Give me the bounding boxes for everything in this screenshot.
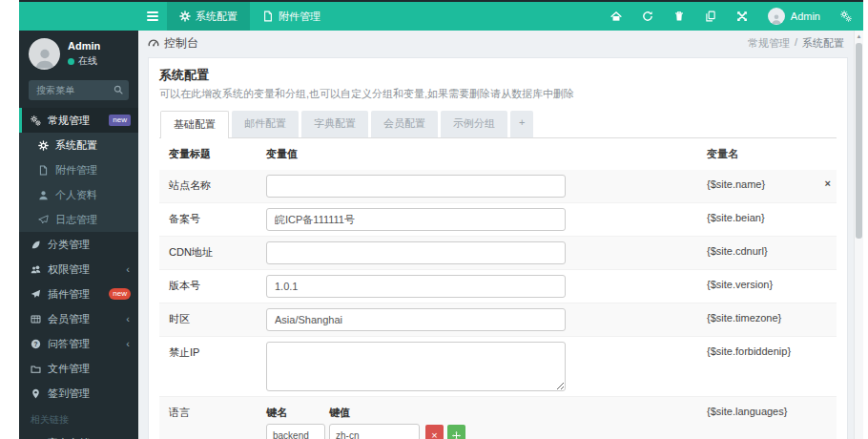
tab-example[interactable]: 示例分组 [441,111,507,137]
gear-icon [179,10,191,22]
home-icon[interactable] [610,10,622,22]
page-description: 可以在此增改系统的变量和分组,也可以自定义分组和变量,如果需要删除请从数据库中删… [159,87,837,101]
cogs-icon[interactable] [840,10,852,22]
send-icon [31,289,41,300]
config-input-cdnurl[interactable] [266,241,566,264]
kv-value-input[interactable] [329,424,420,439]
folder-icon [31,364,41,374]
config-input-version[interactable] [266,275,566,298]
sidebar-item-label: 常规管理 [48,114,90,128]
table-row: 禁止IP {$site.forbiddenip} [159,337,837,397]
tab-user[interactable]: 会员配置 [371,111,438,137]
config-label: 禁止IP [159,337,266,368]
trash-icon[interactable] [673,10,685,22]
logo-strip [19,2,138,31]
breadcrumb: 控制台 常规管理 / 系统配置 [138,31,863,55]
refresh-icon[interactable] [642,10,653,22]
sidebar-item-general[interactable]: 常规管理 new [19,108,138,133]
sidebar-item-qa[interactable]: 问答管理 ‹ [19,331,138,356]
kv-row: × [266,424,705,439]
sidebar-item-label: 分类管理 [48,238,90,252]
main-content: 控制台 常规管理 / 系统配置 系统配置 可以在此增改系统的变量和分组,也可以自… [138,31,863,439]
sidebar-item-member[interactable]: 会员管理 ‹ [19,306,138,331]
sidebar-toggle-button[interactable] [138,2,167,31]
arrows-icon [452,431,461,439]
tab-email[interactable]: 邮件配置 [232,111,299,137]
scroll-up-icon[interactable]: ▲ [855,31,863,42]
search-icon [114,85,123,94]
config-label: CDN地址 [159,237,266,268]
table-row: 时区 {$site.timezone} [159,303,837,337]
sidebar-item-label: 问答管理 [48,337,90,351]
sidebar-item-label: 权限管理 [48,262,90,277]
sidebar-item-signin[interactable]: 签到管理 [19,381,138,406]
topbar-tab-label: 系统配置 [196,10,238,24]
config-group-tabs: 基础配置 邮件配置 字典配置 会员配置 示例分组 + [159,111,837,138]
sidebar-item-files[interactable]: 文件管理 [19,356,138,381]
online-status: 在线 [78,54,97,68]
app-window: 系统配置 附件管理 Admin Admin 在线 [19,0,863,439]
users-icon [31,264,41,275]
sidebar-menu: 常规管理 new 系统配置 附件管理 个人资料 日志管理 [19,108,138,406]
table-row: 站点名称 {$site.name} × [159,170,837,203]
config-label: 时区 [159,303,266,335]
breadcrumb-home[interactable]: 控制台 [164,35,198,52]
copy-icon[interactable] [705,10,716,22]
tab-dictionary[interactable]: 字典配置 [301,111,368,137]
sidebar-item-auth[interactable]: 权限管理 ‹ [19,257,138,282]
sidebar-item-addon[interactable]: 插件管理 new [19,282,138,306]
tab-basic[interactable]: 基础配置 [160,111,229,138]
table-row: CDN地址 {$site.cdnurl} [159,237,837,270]
sidebar-link-docs[interactable]: 官方文档 [19,430,138,439]
topbar-tab-attachment[interactable]: 附件管理 [250,2,333,31]
close-tabs-icon[interactable] [736,10,748,22]
config-input-beian[interactable] [266,208,566,231]
config-textarea-forbiddenip[interactable] [266,342,566,391]
kv-remove-button[interactable]: × [425,425,444,439]
sidebar-user-name: Admin [68,40,100,52]
topbar-tab-system-config[interactable]: 系统配置 [167,2,250,31]
sidebar-item-attachment[interactable]: 附件管理 [19,157,138,182]
avatar [768,8,785,25]
user-name: Admin [791,10,820,22]
question-icon [31,339,41,349]
remove-variable-icon[interactable]: × [825,178,831,189]
language-kv-editor: 键名 键值 × [266,397,705,439]
chevron-left-icon: ‹ [126,313,130,324]
kv-key-input[interactable] [266,424,325,439]
config-panel: 系统配置 可以在此增改系统的变量和分组,也可以自定义分组和变量,如果需要删除请从… [148,57,848,439]
table-row: 备案号 {$site.beian} [159,203,837,237]
user-icon [33,47,56,70]
sidebar-item-label: 系统配置 [55,138,97,153]
config-label: 语言 [159,397,266,429]
kv-drag-button[interactable] [447,425,465,439]
config-input-timezone[interactable] [266,308,566,331]
scrollbar-thumb[interactable] [856,43,862,239]
variable-name: {$site.cdnurl} [707,245,768,257]
avatar [29,38,60,70]
cogs-icon [31,115,41,126]
sidebar-item-system-config[interactable]: 系统配置 [19,133,138,157]
table-row: 版本号 {$site.version} [159,270,837,303]
column-header: 变量值 [266,138,705,170]
top-navbar: 系统配置 附件管理 Admin [19,2,863,31]
table-icon [31,314,41,324]
sidebar-item-category[interactable]: 分类管理 [19,232,138,257]
scrollbar[interactable]: ▲ [854,31,863,439]
chevron-left-icon: ‹ [126,263,130,275]
leaf-icon [31,240,41,250]
sidebar-item-logs[interactable]: 日志管理 [19,207,138,232]
gear-icon [38,140,49,151]
sidebar-section-label: 相关链接 [19,406,138,430]
topbar-tab-label: 附件管理 [279,10,320,24]
config-label: 站点名称 [159,170,266,201]
sidebar-item-profile[interactable]: 个人资料 [19,182,138,207]
breadcrumb-parent[interactable]: 常规管理 [748,36,790,51]
plane-icon [38,215,49,225]
user-menu[interactable]: Admin [768,8,820,25]
add-group-tab[interactable]: + [510,111,533,137]
table-header-row: 变量标题 变量值 变量名 [159,138,837,170]
chevron-left-icon: ‹ [126,338,130,349]
config-input-site-name[interactable] [266,175,566,198]
sidebar-item-label: 附件管理 [55,163,97,178]
